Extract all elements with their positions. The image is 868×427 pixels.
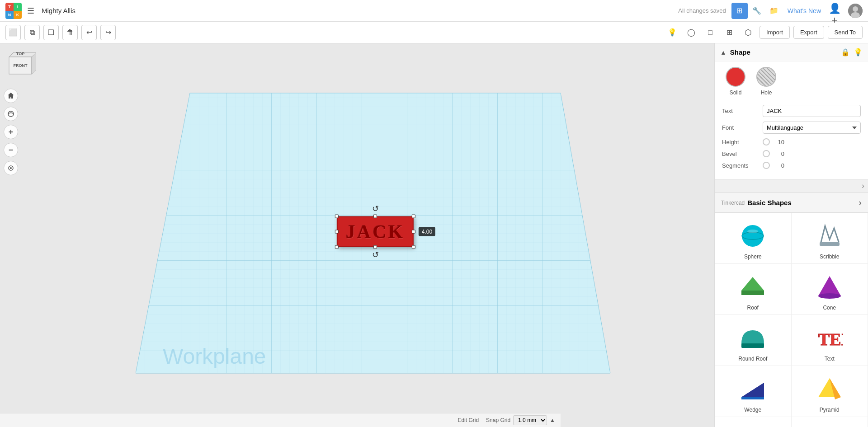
bevel-circle-handle[interactable]: [763, 150, 770, 157]
zoom-in-button[interactable]: +: [4, 125, 18, 139]
shape-item-sphere[interactable]: Sphere: [715, 213, 792, 264]
grid-view-button[interactable]: ⊞: [731, 3, 748, 19]
solid-color-circle[interactable]: [726, 67, 745, 87]
height-prop-row: Height 10: [722, 138, 861, 145]
delete-button[interactable]: 🗑: [62, 25, 78, 40]
font-select[interactable]: Multilanguage Arial Times New Roman: [763, 122, 861, 134]
hole-color-circle[interactable]: [756, 67, 776, 87]
shape-item-scribble[interactable]: Scribble: [792, 213, 868, 264]
circle-tool-button[interactable]: ◯: [684, 25, 699, 40]
selection-handle-ml[interactable]: [335, 230, 339, 234]
view-toggle-group: ⊞ 🔧 📁: [731, 3, 782, 19]
height-value: 10: [774, 139, 784, 145]
jack-text-object[interactable]: ↺ JACK 4.00: [337, 216, 414, 247]
home-view-button[interactable]: [4, 89, 18, 103]
orbit-button[interactable]: [4, 107, 18, 121]
shapes-library: Tinkercad Basic Shapes › Sphere S: [715, 193, 868, 427]
selection-handle-br[interactable]: [412, 245, 415, 249]
text3d-label: Text: [825, 356, 835, 362]
workplane: Workplane ↺: [136, 80, 615, 387]
redo-button[interactable]: ↪: [100, 25, 116, 40]
zoom-out-button[interactable]: −: [4, 143, 18, 157]
duplicate-button[interactable]: ❏: [43, 25, 59, 40]
jack-plate: JACK 4.00: [337, 216, 414, 247]
panel-collapse-button[interactable]: ›: [862, 181, 864, 191]
selection-handle-tm[interactable]: [373, 215, 377, 218]
hole-label: Hole: [761, 89, 772, 96]
import-button[interactable]: Import: [760, 26, 790, 39]
selection-handle-bl[interactable]: [335, 245, 339, 249]
text-input[interactable]: [763, 105, 861, 117]
edit-grid-button[interactable]: Edit Grid: [458, 417, 479, 423]
light-tool-button[interactable]: 💡: [665, 25, 680, 40]
shape-item-roundroof[interactable]: Round Roof: [715, 315, 792, 366]
top-navigation: T I N K ☰ Mighty Allis All changes saved…: [0, 0, 868, 22]
shape-solid-option[interactable]: Solid: [726, 67, 745, 96]
canvas-area[interactable]: TOP FRONT + −: [0, 43, 714, 427]
shape-item-text[interactable]: TEXT Text: [792, 315, 868, 366]
undo-button[interactable]: ↩: [81, 25, 97, 40]
mirror-tool-button[interactable]: ⬡: [741, 25, 756, 40]
new-shape-button[interactable]: ⬜: [5, 25, 21, 40]
shape-collapse-button[interactable]: ▲: [720, 49, 726, 56]
rotate-handle-top[interactable]: ↺: [372, 204, 379, 214]
rotate-handle-bottom[interactable]: ↺: [372, 250, 379, 260]
shape-item-pyramid[interactable]: Pyramid: [792, 366, 868, 417]
wedge-label: Wedge: [744, 407, 761, 413]
snap-grid-select[interactable]: 1.0 mm 0.5 mm 0.1 mm 2.0 mm: [513, 415, 547, 425]
solid-label: Solid: [730, 89, 742, 96]
library-header: Tinkercad Basic Shapes ›: [715, 193, 868, 213]
svg-point-8: [8, 111, 14, 117]
text-prop-label: Text: [722, 108, 763, 114]
logo-k: K: [14, 11, 22, 19]
snap-grid-chevron: ▲: [550, 417, 555, 423]
selection-handle-bm[interactable]: [373, 245, 377, 249]
height-circle-handle[interactable]: [763, 138, 770, 145]
shape-item-wedge[interactable]: Wedge: [715, 366, 792, 417]
selection-handle-tl[interactable]: [335, 215, 339, 218]
user-avatar[interactable]: [848, 4, 863, 18]
align-tool-button[interactable]: ⊞: [722, 25, 737, 40]
export-view-button[interactable]: 📁: [766, 3, 782, 19]
reset-view-button[interactable]: [4, 161, 18, 175]
shape-button[interactable]: ⧉: [24, 25, 40, 40]
jack-text-label: JACK: [346, 221, 405, 243]
shape-info-button[interactable]: 💡: [854, 48, 863, 56]
wedge-icon: [737, 372, 769, 404]
shape-item-polygon[interactable]: Polygon: [792, 417, 868, 427]
selection-handle-mr[interactable]: [412, 230, 415, 234]
segments-prop-label: Segments: [722, 162, 763, 169]
document-title[interactable]: Mighty Allis: [42, 7, 75, 14]
logo-t: T: [5, 3, 14, 11]
user-add-button[interactable]: 👤+: [826, 3, 843, 19]
whats-new-button[interactable]: What's New: [788, 7, 821, 14]
segments-circle-handle[interactable]: [763, 162, 770, 169]
document-menu-icon[interactable]: ☰: [27, 6, 34, 16]
library-dropdown-button[interactable]: ›: [859, 197, 862, 208]
bevel-prop-label: Bevel: [722, 150, 763, 157]
library-source: Tinkercad: [721, 200, 745, 206]
shape-item-roof[interactable]: Roof: [715, 264, 792, 315]
font-prop-label: Font: [722, 124, 763, 131]
shape-panel: ▲ Shape 🔒 💡 Solid Hole Text: [715, 43, 868, 179]
square-tool-button[interactable]: □: [703, 25, 718, 40]
shape-hole-option[interactable]: Hole: [756, 67, 776, 96]
shape-item-halfsphere[interactable]: Half Sphere: [715, 417, 792, 427]
shape-panel-header: ▲ Shape 🔒 💡: [715, 43, 868, 61]
save-status: All changes saved: [678, 7, 726, 14]
selection-handle-tr[interactable]: [412, 215, 415, 218]
bevel-prop-control: 0: [763, 150, 861, 157]
shape-lock-button[interactable]: 🔒: [841, 48, 850, 56]
shape-item-cone[interactable]: Cone: [792, 264, 868, 315]
segments-prop-control: 0: [763, 162, 861, 169]
bottom-bar: Edit Grid Snap Grid 1.0 mm 0.5 mm 0.1 mm…: [0, 413, 561, 427]
tinkercad-logo[interactable]: T I N K: [5, 3, 22, 19]
panel-collapse-row: ›: [715, 179, 868, 193]
tools-view-button[interactable]: 🔧: [749, 3, 765, 19]
export-button[interactable]: Export: [793, 26, 824, 39]
text-prop-row: Text: [722, 105, 861, 117]
text-prop-control: [763, 105, 861, 117]
navigation-cube[interactable]: TOP FRONT: [5, 48, 36, 84]
snap-grid-row: Snap Grid 1.0 mm 0.5 mm 0.1 mm 2.0 mm ▲: [486, 415, 555, 425]
send-to-button[interactable]: Send To: [828, 26, 863, 39]
